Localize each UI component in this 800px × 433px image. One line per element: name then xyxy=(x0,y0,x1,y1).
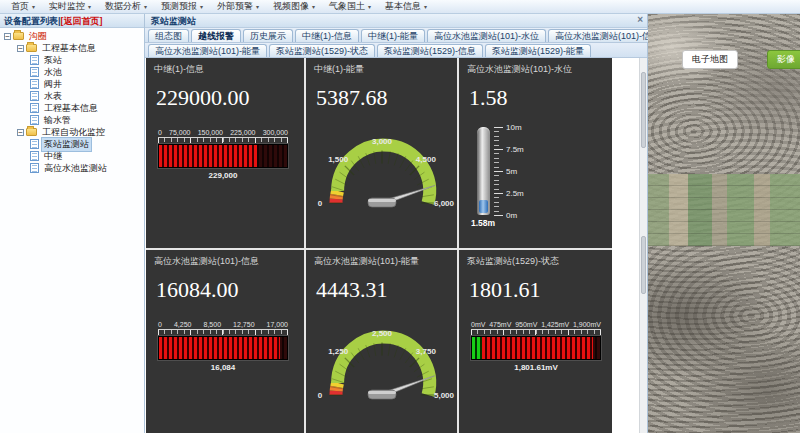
menu-item-label: 预测预报 xyxy=(161,0,197,13)
bar-scale-tick: 0mV xyxy=(471,321,485,328)
tab-row-1: 组态图越线报警历史展示中继(1)-信息中继(1)-能量高位水池监测站(101)-… xyxy=(145,28,647,43)
tree-item-high-reservoir-monitor[interactable]: 高位水池监测站 xyxy=(0,162,144,174)
tree-item-pump-station[interactable]: 泵站 xyxy=(0,54,144,66)
document-icon xyxy=(30,115,39,125)
panel-value: 1801.61 xyxy=(459,268,612,303)
gauge-panel-relay1-energy: 中继(1)-能量5387.6801,5003,0004,5006,000 xyxy=(306,58,457,248)
tab-relay1-energy[interactable]: 中继(1)-能量 xyxy=(361,29,425,42)
tree-item-water-meter[interactable]: 水表 xyxy=(0,90,144,102)
document-icon xyxy=(30,79,39,89)
bar-scale-tick: 17,000 xyxy=(267,321,288,328)
dial-gauge: 01,5003,0004,5006,000 xyxy=(307,119,457,221)
panel-title: 中继(1)-能量 xyxy=(306,58,457,76)
tab-relay1-info[interactable]: 中继(1)-信息 xyxy=(295,29,359,42)
scrollbar-thumb[interactable] xyxy=(641,72,646,148)
tree-item-gouquan-root[interactable]: −沟圈 xyxy=(0,30,144,42)
tree-item-valve-well[interactable]: 阀井 xyxy=(0,78,144,90)
led-bar-green-zone xyxy=(472,337,482,359)
map-area[interactable]: 电子地图影像 xyxy=(648,14,800,433)
bar-scale-tick: 300,000 xyxy=(263,129,288,136)
dial-scale-label: 2,500 xyxy=(372,329,392,338)
thermometer-scale-label: 5m xyxy=(506,167,517,176)
dial-scale-label: 0 xyxy=(318,391,322,400)
dropdown-arrow-icon: ▾ xyxy=(200,3,203,10)
tab-pump-1529-info[interactable]: 泵站监测站(1529)-信息 xyxy=(377,44,483,57)
tree-item-relay[interactable]: 中继 xyxy=(0,150,144,162)
bar-scale-tick: 4,250 xyxy=(174,321,192,328)
tree-item-reservoir[interactable]: 水池 xyxy=(0,66,144,78)
dial-scale-label: 3,750 xyxy=(416,347,436,356)
panel-title: 高位水池监测站(101)-水位 xyxy=(459,58,612,76)
folder-icon xyxy=(13,32,24,40)
led-bar-gauge: 075,000150,000225,000300,000229,000 xyxy=(158,129,288,180)
folder-icon xyxy=(26,128,37,136)
thermometer-gauge: 10m7.5m5m2.5m0m1.58m xyxy=(469,125,612,229)
expander-icon[interactable]: − xyxy=(17,45,24,52)
panel-title: 高位水池监测站(101)-能量 xyxy=(306,250,457,268)
led-bar-track xyxy=(158,336,288,360)
tree-item-project-basic-info[interactable]: −工程基本信息 xyxy=(0,42,144,54)
tree-item-automation-monitoring[interactable]: −工程自动化监控 xyxy=(0,126,144,138)
tree-item-pump-station-monitor[interactable]: 泵站监测站 xyxy=(0,138,144,150)
tab-pump-1529-status[interactable]: 泵站监测站(1529)-状态 xyxy=(269,44,375,57)
led-bar-fill xyxy=(159,337,280,359)
document-icon xyxy=(30,103,39,113)
panel-value: 4443.31 xyxy=(306,268,457,303)
gauge-panel-high-reservoir-101-level: 高位水池监测站(101)-水位1.5810m7.5m5m2.5m0m1.58m xyxy=(459,58,612,248)
document-icon xyxy=(30,151,39,161)
tab-pump-1529-energy[interactable]: 泵站监测站(1529)-能量 xyxy=(485,44,591,57)
thermometer-value-label: 1.58m xyxy=(471,218,495,228)
gauge-panel-grid: 中继(1)-信息229000.00075,000150,000225,00030… xyxy=(146,58,612,433)
menu-item-basic-info[interactable]: 基本信息▾ xyxy=(378,0,434,13)
tree-item-label: 高位水池监测站 xyxy=(42,162,109,175)
back-to-home-link[interactable]: [返回首页] xyxy=(61,16,103,26)
bar-value-label: 229,000 xyxy=(158,171,288,180)
tab-high-reservoir-101-energy[interactable]: 高位水池监测站(101)-能量 xyxy=(148,44,267,57)
thermometer-scale-label: 0m xyxy=(506,211,517,220)
tab-config-diagram[interactable]: 组态图 xyxy=(148,29,189,42)
expander-icon[interactable]: − xyxy=(4,33,11,40)
menu-item-video-image[interactable]: 视频图像▾ xyxy=(266,0,322,13)
tree-item-project-basic-info-item[interactable]: 工程基本信息 xyxy=(0,102,144,114)
bar-scale-tick: 8,500 xyxy=(204,321,222,328)
menu-item-home[interactable]: 首页▾ xyxy=(4,0,42,13)
menu-item-label: 外部预警 xyxy=(217,0,253,13)
bar-scale-tick: 475mV xyxy=(489,321,511,328)
menubar: 首页▾实时监控▾数据分析▾预测预报▾外部预警▾视频图像▾气象国土▾基本信息▾ xyxy=(0,0,800,14)
bar-scale-labels: 0mV475mV950mV1,425mV1,900mV xyxy=(471,321,601,328)
tab-high-reservoir-101-level[interactable]: 高位水池监测站(101)-水位 xyxy=(427,29,546,42)
main-scrollbar[interactable] xyxy=(639,58,647,433)
menu-item-label: 数据分析 xyxy=(105,0,141,13)
panel-value: 229000.00 xyxy=(146,76,304,111)
dial-scale-label: 3,000 xyxy=(372,137,392,146)
sidebar: 设备配置列表|[返回首页] −沟圈−工程基本信息泵站水池阀井水表工程基本信息输水… xyxy=(0,14,145,433)
map-button-electronic-map[interactable]: 电子地图 xyxy=(682,50,738,69)
menu-item-external-warning[interactable]: 外部预警▾ xyxy=(210,0,266,13)
main-panel: 泵站监测站 × 组态图越线报警历史展示中继(1)-信息中继(1)-能量高位水池监… xyxy=(145,14,648,433)
scrollbar-thumb-2[interactable] xyxy=(641,236,646,294)
menu-item-data-analysis[interactable]: 数据分析▾ xyxy=(98,0,154,13)
menu-item-realtime-monitoring[interactable]: 实时监控▾ xyxy=(42,0,98,13)
map-farmland-band xyxy=(648,174,800,246)
led-bar-gauge: 0mV475mV950mV1,425mV1,900mV1,801.61mV xyxy=(471,321,601,372)
tab-threshold-alarm[interactable]: 越线报警 xyxy=(191,29,241,42)
menu-item-weather-land[interactable]: 气象国土▾ xyxy=(322,0,378,13)
menu-item-forecast[interactable]: 预测预报▾ xyxy=(154,0,210,13)
bar-scale-labels: 04,2508,50012,75017,000 xyxy=(158,321,288,328)
led-bar-track xyxy=(471,336,601,360)
panel-value: 5387.68 xyxy=(306,76,457,111)
expander-icon[interactable]: − xyxy=(17,129,24,136)
dropdown-arrow-icon: ▾ xyxy=(144,3,147,10)
close-icon[interactable]: × xyxy=(637,15,643,25)
dial-scale-label: 4,500 xyxy=(416,155,436,164)
main-content: 中继(1)-信息229000.00075,000150,000225,00030… xyxy=(145,58,639,433)
tab-history-display[interactable]: 历史展示 xyxy=(243,29,293,42)
dropdown-arrow-icon: ▾ xyxy=(424,3,427,10)
document-icon xyxy=(30,163,39,173)
tree-item-water-pipe[interactable]: 输水管 xyxy=(0,114,144,126)
gauge-panel-relay1-info: 中继(1)-信息229000.00075,000150,000225,00030… xyxy=(146,58,304,248)
thermometer-scale-label: 7.5m xyxy=(506,145,524,154)
map-button-imagery[interactable]: 影像 xyxy=(767,50,800,69)
dropdown-arrow-icon: ▾ xyxy=(368,3,371,10)
led-bar-track xyxy=(158,144,288,168)
